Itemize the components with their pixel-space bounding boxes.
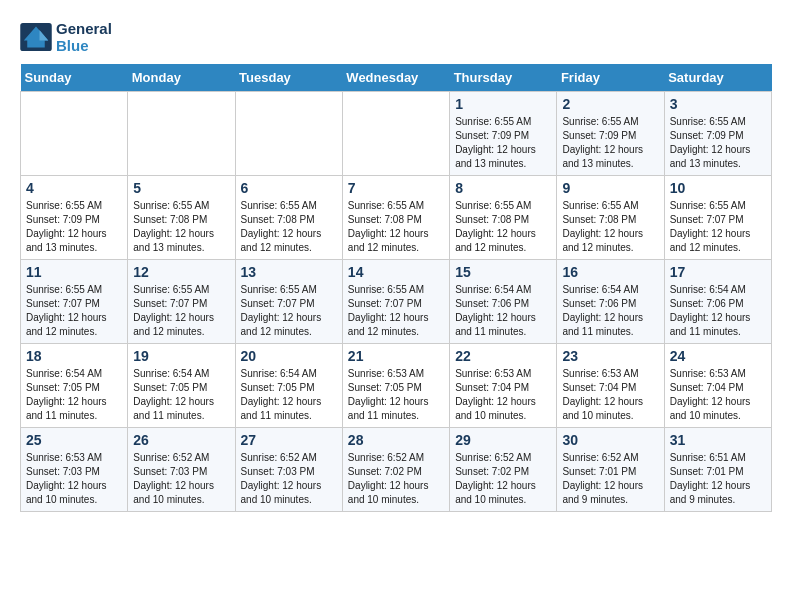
day-info: Sunrise: 6:55 AM Sunset: 7:09 PM Dayligh… bbox=[670, 115, 766, 171]
day-number: 19 bbox=[133, 348, 229, 364]
calendar-cell: 8Sunrise: 6:55 AM Sunset: 7:08 PM Daylig… bbox=[450, 176, 557, 260]
calendar-cell: 13Sunrise: 6:55 AM Sunset: 7:07 PM Dayli… bbox=[235, 260, 342, 344]
day-info: Sunrise: 6:52 AM Sunset: 7:02 PM Dayligh… bbox=[455, 451, 551, 507]
day-number: 16 bbox=[562, 264, 658, 280]
calendar-table: SundayMondayTuesdayWednesdayThursdayFrid… bbox=[20, 64, 772, 512]
day-info: Sunrise: 6:55 AM Sunset: 7:08 PM Dayligh… bbox=[348, 199, 444, 255]
day-info: Sunrise: 6:54 AM Sunset: 7:05 PM Dayligh… bbox=[241, 367, 337, 423]
day-info: Sunrise: 6:55 AM Sunset: 7:09 PM Dayligh… bbox=[26, 199, 122, 255]
calendar-cell: 28Sunrise: 6:52 AM Sunset: 7:02 PM Dayli… bbox=[342, 428, 449, 512]
day-info: Sunrise: 6:55 AM Sunset: 7:07 PM Dayligh… bbox=[26, 283, 122, 339]
day-info: Sunrise: 6:52 AM Sunset: 7:01 PM Dayligh… bbox=[562, 451, 658, 507]
day-number: 5 bbox=[133, 180, 229, 196]
day-info: Sunrise: 6:53 AM Sunset: 7:04 PM Dayligh… bbox=[562, 367, 658, 423]
calendar-cell bbox=[235, 92, 342, 176]
calendar-cell: 6Sunrise: 6:55 AM Sunset: 7:08 PM Daylig… bbox=[235, 176, 342, 260]
day-info: Sunrise: 6:55 AM Sunset: 7:08 PM Dayligh… bbox=[133, 199, 229, 255]
calendar-week-4: 18Sunrise: 6:54 AM Sunset: 7:05 PM Dayli… bbox=[21, 344, 772, 428]
calendar-cell bbox=[21, 92, 128, 176]
day-number: 29 bbox=[455, 432, 551, 448]
day-number: 3 bbox=[670, 96, 766, 112]
calendar-cell: 4Sunrise: 6:55 AM Sunset: 7:09 PM Daylig… bbox=[21, 176, 128, 260]
day-info: Sunrise: 6:55 AM Sunset: 7:07 PM Dayligh… bbox=[670, 199, 766, 255]
calendar-cell: 20Sunrise: 6:54 AM Sunset: 7:05 PM Dayli… bbox=[235, 344, 342, 428]
weekday-header-saturday: Saturday bbox=[664, 64, 771, 92]
day-number: 11 bbox=[26, 264, 122, 280]
day-number: 13 bbox=[241, 264, 337, 280]
calendar-cell: 24Sunrise: 6:53 AM Sunset: 7:04 PM Dayli… bbox=[664, 344, 771, 428]
calendar-cell bbox=[128, 92, 235, 176]
calendar-cell: 27Sunrise: 6:52 AM Sunset: 7:03 PM Dayli… bbox=[235, 428, 342, 512]
calendar-cell: 23Sunrise: 6:53 AM Sunset: 7:04 PM Dayli… bbox=[557, 344, 664, 428]
day-info: Sunrise: 6:54 AM Sunset: 7:06 PM Dayligh… bbox=[562, 283, 658, 339]
logo: General Blue bbox=[20, 20, 112, 54]
calendar-cell: 17Sunrise: 6:54 AM Sunset: 7:06 PM Dayli… bbox=[664, 260, 771, 344]
day-info: Sunrise: 6:55 AM Sunset: 7:08 PM Dayligh… bbox=[241, 199, 337, 255]
day-number: 27 bbox=[241, 432, 337, 448]
day-number: 18 bbox=[26, 348, 122, 364]
day-info: Sunrise: 6:55 AM Sunset: 7:07 PM Dayligh… bbox=[348, 283, 444, 339]
day-info: Sunrise: 6:54 AM Sunset: 7:06 PM Dayligh… bbox=[670, 283, 766, 339]
day-info: Sunrise: 6:51 AM Sunset: 7:01 PM Dayligh… bbox=[670, 451, 766, 507]
calendar-cell: 10Sunrise: 6:55 AM Sunset: 7:07 PM Dayli… bbox=[664, 176, 771, 260]
day-number: 22 bbox=[455, 348, 551, 364]
weekday-header-monday: Monday bbox=[128, 64, 235, 92]
calendar-cell: 3Sunrise: 6:55 AM Sunset: 7:09 PM Daylig… bbox=[664, 92, 771, 176]
day-info: Sunrise: 6:52 AM Sunset: 7:03 PM Dayligh… bbox=[133, 451, 229, 507]
day-info: Sunrise: 6:55 AM Sunset: 7:09 PM Dayligh… bbox=[562, 115, 658, 171]
calendar-cell: 5Sunrise: 6:55 AM Sunset: 7:08 PM Daylig… bbox=[128, 176, 235, 260]
day-info: Sunrise: 6:55 AM Sunset: 7:08 PM Dayligh… bbox=[455, 199, 551, 255]
day-info: Sunrise: 6:55 AM Sunset: 7:08 PM Dayligh… bbox=[562, 199, 658, 255]
calendar-cell: 16Sunrise: 6:54 AM Sunset: 7:06 PM Dayli… bbox=[557, 260, 664, 344]
day-info: Sunrise: 6:55 AM Sunset: 7:07 PM Dayligh… bbox=[133, 283, 229, 339]
day-number: 24 bbox=[670, 348, 766, 364]
day-number: 2 bbox=[562, 96, 658, 112]
day-number: 21 bbox=[348, 348, 444, 364]
day-info: Sunrise: 6:55 AM Sunset: 7:07 PM Dayligh… bbox=[241, 283, 337, 339]
calendar-cell: 31Sunrise: 6:51 AM Sunset: 7:01 PM Dayli… bbox=[664, 428, 771, 512]
day-number: 25 bbox=[26, 432, 122, 448]
day-number: 17 bbox=[670, 264, 766, 280]
page-header: General Blue bbox=[20, 20, 772, 54]
calendar-cell: 26Sunrise: 6:52 AM Sunset: 7:03 PM Dayli… bbox=[128, 428, 235, 512]
weekday-header-tuesday: Tuesday bbox=[235, 64, 342, 92]
day-number: 10 bbox=[670, 180, 766, 196]
day-info: Sunrise: 6:54 AM Sunset: 7:05 PM Dayligh… bbox=[133, 367, 229, 423]
day-number: 23 bbox=[562, 348, 658, 364]
calendar-week-1: 1Sunrise: 6:55 AM Sunset: 7:09 PM Daylig… bbox=[21, 92, 772, 176]
day-number: 30 bbox=[562, 432, 658, 448]
day-info: Sunrise: 6:52 AM Sunset: 7:02 PM Dayligh… bbox=[348, 451, 444, 507]
calendar-week-3: 11Sunrise: 6:55 AM Sunset: 7:07 PM Dayli… bbox=[21, 260, 772, 344]
weekday-header-sunday: Sunday bbox=[21, 64, 128, 92]
weekday-header-thursday: Thursday bbox=[450, 64, 557, 92]
logo-text: General Blue bbox=[56, 20, 112, 54]
day-number: 15 bbox=[455, 264, 551, 280]
calendar-cell: 29Sunrise: 6:52 AM Sunset: 7:02 PM Dayli… bbox=[450, 428, 557, 512]
day-info: Sunrise: 6:53 AM Sunset: 7:04 PM Dayligh… bbox=[455, 367, 551, 423]
day-info: Sunrise: 6:53 AM Sunset: 7:03 PM Dayligh… bbox=[26, 451, 122, 507]
calendar-cell: 11Sunrise: 6:55 AM Sunset: 7:07 PM Dayli… bbox=[21, 260, 128, 344]
day-number: 4 bbox=[26, 180, 122, 196]
calendar-cell: 21Sunrise: 6:53 AM Sunset: 7:05 PM Dayli… bbox=[342, 344, 449, 428]
calendar-cell: 30Sunrise: 6:52 AM Sunset: 7:01 PM Dayli… bbox=[557, 428, 664, 512]
day-number: 8 bbox=[455, 180, 551, 196]
day-number: 7 bbox=[348, 180, 444, 196]
day-info: Sunrise: 6:53 AM Sunset: 7:05 PM Dayligh… bbox=[348, 367, 444, 423]
day-number: 6 bbox=[241, 180, 337, 196]
calendar-cell bbox=[342, 92, 449, 176]
calendar-cell: 7Sunrise: 6:55 AM Sunset: 7:08 PM Daylig… bbox=[342, 176, 449, 260]
calendar-cell: 9Sunrise: 6:55 AM Sunset: 7:08 PM Daylig… bbox=[557, 176, 664, 260]
day-number: 12 bbox=[133, 264, 229, 280]
day-number: 31 bbox=[670, 432, 766, 448]
day-number: 14 bbox=[348, 264, 444, 280]
day-info: Sunrise: 6:54 AM Sunset: 7:05 PM Dayligh… bbox=[26, 367, 122, 423]
calendar-cell: 25Sunrise: 6:53 AM Sunset: 7:03 PM Dayli… bbox=[21, 428, 128, 512]
day-number: 28 bbox=[348, 432, 444, 448]
calendar-cell: 1Sunrise: 6:55 AM Sunset: 7:09 PM Daylig… bbox=[450, 92, 557, 176]
calendar-week-2: 4Sunrise: 6:55 AM Sunset: 7:09 PM Daylig… bbox=[21, 176, 772, 260]
calendar-cell: 12Sunrise: 6:55 AM Sunset: 7:07 PM Dayli… bbox=[128, 260, 235, 344]
logo-icon bbox=[20, 23, 52, 51]
calendar-cell: 2Sunrise: 6:55 AM Sunset: 7:09 PM Daylig… bbox=[557, 92, 664, 176]
day-number: 9 bbox=[562, 180, 658, 196]
weekday-header-friday: Friday bbox=[557, 64, 664, 92]
